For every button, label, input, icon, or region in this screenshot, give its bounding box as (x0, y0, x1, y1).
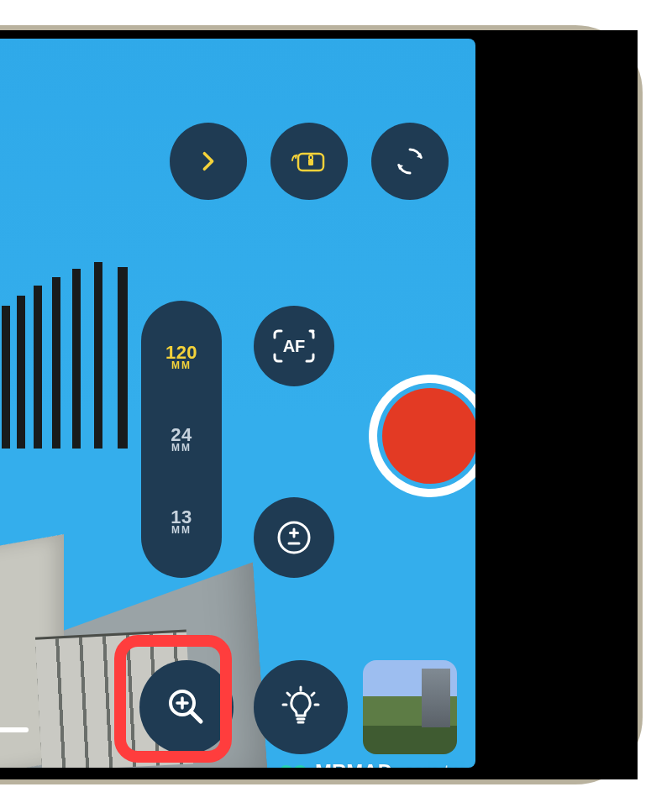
focal-unit: MM (171, 443, 192, 453)
autofocus-button[interactable]: AF (254, 306, 334, 386)
autofocus-icon: AF (271, 328, 317, 365)
sync-icon (393, 144, 427, 178)
focal-unit: MM (171, 525, 192, 535)
exposure-button[interactable] (254, 497, 334, 578)
rotation-lock-icon (290, 147, 328, 176)
lightbulb-icon (278, 685, 323, 730)
focal-13mm[interactable]: 13 MM (171, 508, 192, 535)
phone-bezel: 120 MM 24 MM 13 MM AF (0, 30, 638, 779)
svg-rect-1 (308, 159, 313, 165)
watermark-brand: MRMAD (315, 760, 392, 768)
plus-minus-icon (276, 519, 312, 556)
zoom-button[interactable] (139, 660, 234, 754)
record-ring-gap (377, 383, 475, 489)
chevron-right-icon (197, 150, 220, 173)
right-black-bar (491, 30, 638, 779)
svg-text:AF: AF (283, 337, 306, 355)
flip-camera-button[interactable] (371, 123, 449, 200)
phone-frame: 120 MM 24 MM 13 MM AF (0, 25, 643, 784)
focal-120mm[interactable]: 120 MM (165, 344, 197, 370)
watermark-domain: .com.tw (399, 761, 463, 768)
home-indicator (0, 727, 29, 732)
rotation-lock-button[interactable] (270, 123, 348, 200)
watermark: MRMAD.com.tw (278, 757, 463, 768)
last-photo-thumbnail[interactable] (363, 660, 457, 754)
light-button[interactable] (254, 660, 348, 754)
camera-viewfinder: 120 MM 24 MM 13 MM AF (0, 39, 475, 768)
focal-length-picker[interactable]: 120 MM 24 MM 13 MM (141, 301, 222, 578)
more-button[interactable] (170, 123, 247, 200)
focal-24mm[interactable]: 24 MM (171, 426, 192, 453)
watermark-logo-icon (278, 757, 308, 768)
magnifier-plus-icon (165, 686, 207, 728)
record-dot-icon (382, 388, 475, 484)
